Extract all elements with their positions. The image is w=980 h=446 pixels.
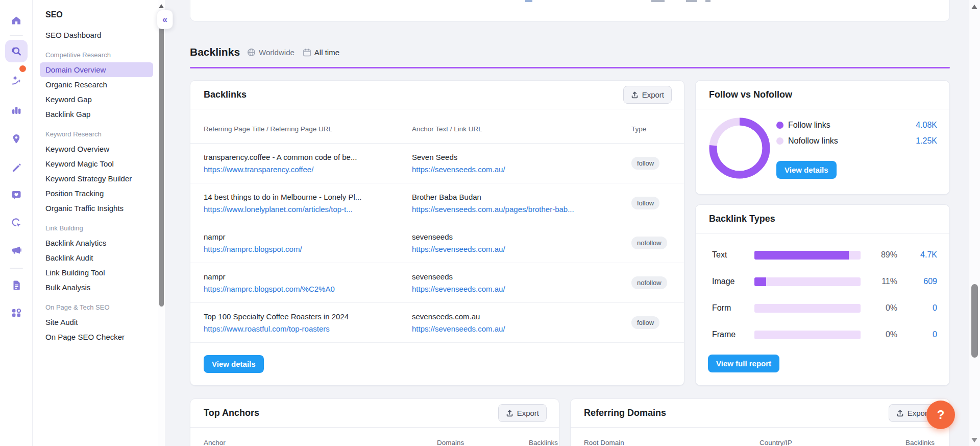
sidebar-item-position-tracking[interactable]: Position Tracking: [40, 186, 153, 201]
local-icon[interactable]: [0, 128, 33, 150]
link-url[interactable]: https://sevenseeds.com.au/: [412, 245, 619, 253]
sidebar-item-organic-traffic-insights[interactable]: Organic Traffic Insights: [40, 201, 153, 216]
backlink-type-row: Text 89% 4.7K: [696, 242, 949, 268]
anchor-text: Brother Baba Budan: [412, 193, 619, 201]
seo-toolkit-icon[interactable]: [0, 40, 33, 62]
help-button[interactable]: ?: [926, 401, 955, 429]
export-button[interactable]: Export: [623, 86, 672, 104]
pencil-icon: [11, 162, 22, 174]
content-icon[interactable]: [0, 156, 33, 179]
sidebar-item-bulk-analysis[interactable]: Bulk Analysis: [40, 280, 153, 295]
page-scrollbar-thumb[interactable]: [971, 284, 978, 358]
link-url[interactable]: https://sevenseeds.com.au/pages/brother-…: [412, 205, 619, 214]
referring-page-url[interactable]: https://namprc.blogspot.com/%C2%A0: [204, 285, 400, 293]
sidebar-menu: SEO DashboardCompetitive ResearchDomain …: [40, 28, 153, 344]
column-header: Domains: [437, 439, 529, 446]
apps-grid-icon: [10, 307, 22, 319]
export-icon: [896, 409, 904, 417]
scroll-up-arrow[interactable]: [971, 5, 977, 9]
type-label: Text: [712, 250, 754, 260]
card-header: Follow vs Nofollow: [696, 81, 949, 109]
scope-selector[interactable]: Worldwide: [247, 48, 295, 57]
sidebar-item-organic-research[interactable]: Organic Research: [40, 77, 153, 92]
type-count-link[interactable]: 0: [897, 330, 937, 339]
sidebar-item-on-page-seo-checker[interactable]: On Page SEO Checker: [40, 330, 153, 344]
link-url[interactable]: https://sevenseeds.com.au/: [412, 285, 619, 293]
sidebar-item-seo-dashboard[interactable]: SEO Dashboard: [40, 28, 153, 42]
column-header: Anchor: [204, 439, 437, 446]
column-header: Country/IP: [760, 439, 886, 446]
referring-page-url[interactable]: https://www.transparency.coffee/: [204, 165, 400, 174]
legend-value-link[interactable]: 4.08K: [916, 121, 937, 130]
calendar-icon: [303, 48, 311, 57]
card-header: Backlink Types: [696, 205, 949, 233]
sidebar-collapse-button[interactable]: «: [157, 10, 173, 29]
card-title: Follow vs Nofollow: [709, 89, 792, 100]
sidebar-scrollbar-thumb[interactable]: [159, 12, 164, 307]
table-row: Top 100 Specialty Coffee Roasters in 202…: [190, 303, 684, 343]
link-type-badge: follow: [631, 157, 659, 170]
advertising-icon[interactable]: [0, 212, 33, 234]
type-count-link[interactable]: 4.7K: [897, 250, 937, 260]
referring-page-title: nampr: [204, 272, 400, 281]
sidebar-item-backlink-audit[interactable]: Backlink Audit: [40, 250, 153, 265]
referring-page-title: transparency.coffee - A common code of b…: [204, 153, 400, 161]
social-icon[interactable]: [0, 184, 33, 206]
link-url[interactable]: https://sevenseeds.com.au/: [412, 165, 619, 174]
link-url[interactable]: https://sevenseeds.com.au/: [412, 324, 619, 333]
sidebar-item-keyword-overview[interactable]: Keyword Overview: [40, 142, 153, 156]
period-selector[interactable]: All time: [303, 48, 339, 57]
sidebar-item-keyword-magic-tool[interactable]: Keyword Magic Tool: [40, 156, 153, 171]
table-header-row: Root Domain Country/IP Backlinks: [571, 428, 949, 446]
view-details-button[interactable]: View details: [776, 161, 837, 179]
referring-page-url[interactable]: https://www.lonelyplanet.com/articles/to…: [204, 205, 400, 214]
scroll-up-arrow[interactable]: [159, 4, 164, 8]
my-reports-icon[interactable]: [0, 274, 33, 296]
legend-value-link[interactable]: 1.25K: [916, 136, 937, 146]
export-button[interactable]: Export: [498, 404, 547, 422]
referring-domains-card: Referring Domains Export Root Domain Cou…: [570, 398, 950, 446]
sidebar-item-domain-overview[interactable]: Domain Overview: [40, 62, 153, 77]
referring-page-url[interactable]: https://www.roastful.com/top-roasters: [204, 324, 400, 333]
section-header: Backlinks Worldwide All time: [190, 44, 339, 60]
sidebar-item-label: Backlink Audit: [45, 253, 93, 263]
scope-label: Worldwide: [259, 48, 295, 57]
column-header: Type: [631, 125, 671, 133]
clipped-content-fragment: [525, 0, 532, 2]
rail-divider: [10, 35, 23, 36]
export-label: Export: [642, 90, 664, 99]
home-icon[interactable]: [0, 9, 33, 32]
card-header: Backlinks Export: [190, 81, 684, 109]
sidebar-item-label: Backlink Analytics: [45, 238, 106, 248]
referring-page-url[interactable]: https://namprc.blogspot.com/: [204, 245, 400, 253]
sidebar-group-label: Keyword Research: [40, 130, 153, 138]
sidebar-item-label: Domain Overview: [45, 65, 106, 75]
sidebar-item-label: Keyword Strategy Builder: [45, 174, 132, 183]
more-tools-icon[interactable]: [0, 301, 33, 324]
sidebar-item-link-building-tool[interactable]: Link Building Tool: [40, 265, 153, 280]
backlink-type-row: Frame 0% 0: [696, 321, 949, 348]
sidebar-item-backlink-analytics[interactable]: Backlink Analytics: [40, 236, 153, 250]
type-count-link[interactable]: 0: [897, 303, 937, 313]
page-scrollbar: [969, 0, 980, 446]
agency-icon[interactable]: [0, 239, 33, 262]
click-target-icon: [10, 217, 22, 229]
link-type-badge: follow: [631, 316, 659, 329]
type-count-link[interactable]: 609: [897, 277, 937, 286]
scroll-down-arrow[interactable]: [971, 438, 977, 442]
legend-item: Nofollow links 1.25K: [776, 136, 937, 146]
sidebar-item-keyword-strategy-builder[interactable]: Keyword Strategy Builder: [40, 171, 153, 186]
sidebar-item-label: SEO Dashboard: [45, 30, 101, 40]
sidebar-item-backlink-gap[interactable]: Backlink Gap: [40, 107, 153, 122]
bar-track: [754, 251, 861, 260]
analytics-icon: [10, 104, 22, 116]
legend-item: Follow links 4.08K: [776, 121, 937, 130]
sidebar-item-keyword-gap[interactable]: Keyword Gap: [40, 92, 153, 107]
bar-track: [754, 277, 861, 286]
ai-tools-icon[interactable]: [0, 68, 33, 91]
sidebar-item-site-audit[interactable]: Site Audit: [40, 315, 153, 330]
view-full-report-button[interactable]: View full report: [708, 355, 779, 372]
link-type-badge: nofollow: [631, 237, 667, 249]
analytics-icon[interactable]: [0, 99, 33, 122]
view-details-button[interactable]: View details: [204, 355, 264, 373]
